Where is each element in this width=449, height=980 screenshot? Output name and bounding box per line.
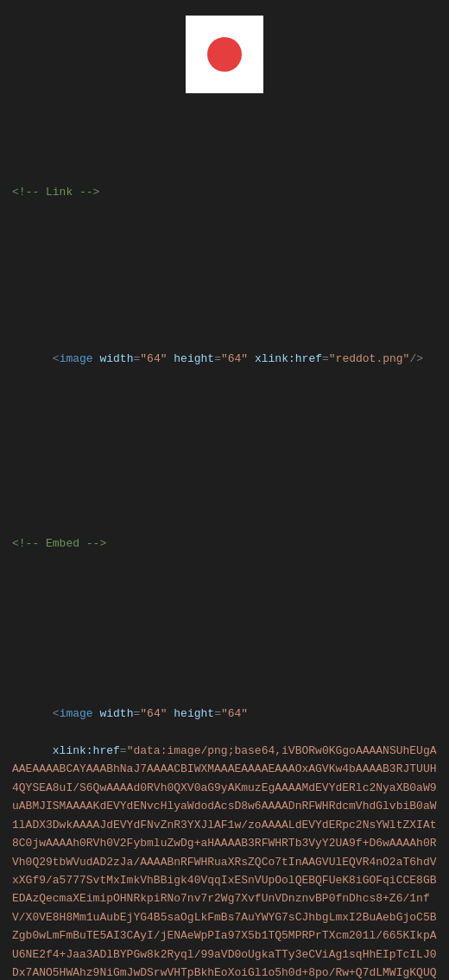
code-display: <!-- Link --> <image width="64" height="… bbox=[0, 102, 449, 980]
link-tag-line: <image width="64" height="64" xlink:href… bbox=[12, 331, 437, 386]
attr-width-val-link: "64" bbox=[140, 352, 167, 365]
attr-xlinkhref-embed: xlink:href bbox=[53, 744, 120, 757]
empty-line-1 bbox=[12, 238, 437, 256]
tag-name-embed: image bbox=[60, 707, 93, 720]
tag-name-link: image bbox=[60, 352, 93, 365]
embed-tag-section: <image width="64" height="64" xlink:href… bbox=[12, 686, 437, 980]
app-container: <!-- Link --> <image width="64" height="… bbox=[0, 0, 449, 980]
bracket-open-embed: < bbox=[53, 707, 60, 720]
attr-height-val-embed: "64" bbox=[221, 707, 248, 720]
embed-comment: <!-- Embed --> bbox=[12, 534, 437, 553]
attr-height-val-link: "64" bbox=[221, 352, 248, 365]
image-preview-container bbox=[0, 0, 449, 102]
link-comment: <!-- Link --> bbox=[12, 183, 437, 201]
bracket-open-link: < bbox=[53, 352, 60, 365]
attr-width-link: width bbox=[99, 352, 133, 365]
embed-data-value: "data:image/png;base64,iVBORw0KGgoAAAANS… bbox=[12, 744, 437, 980]
attr-height-embed: height bbox=[174, 707, 214, 720]
attr-height-link: height bbox=[174, 352, 214, 365]
attr-xlink-link: xlink:href bbox=[255, 352, 322, 365]
image-box bbox=[186, 16, 263, 93]
attr-width-embed: width bbox=[99, 707, 133, 720]
empty-line-2 bbox=[12, 442, 437, 460]
red-dot-image bbox=[207, 37, 242, 72]
empty-line-3 bbox=[12, 590, 437, 608]
attr-xlink-val-link: "reddot.png" bbox=[329, 352, 410, 365]
attr-width-val-embed: "64" bbox=[140, 707, 167, 720]
